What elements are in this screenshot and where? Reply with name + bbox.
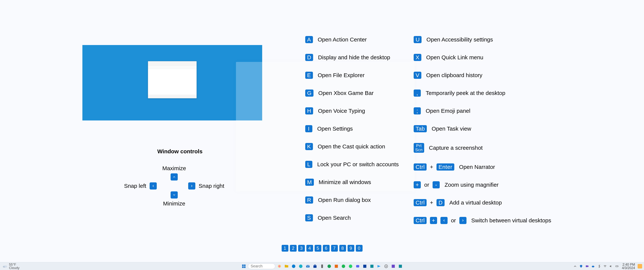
pager-8[interactable]: 8 (339, 245, 346, 252)
key-v: V (414, 72, 421, 79)
key-d: D (436, 199, 444, 206)
chevron-left-icon (442, 219, 446, 222)
shortcut-desc: Open Xbox Game Bar (318, 90, 374, 96)
clock-time: 2:40 PM (622, 263, 635, 266)
taskbar-icon-app2[interactable] (397, 263, 403, 269)
key-m: M (305, 179, 314, 186)
shortcut-desc: Open Run dialog box (318, 197, 371, 203)
svg-rect-16 (314, 264, 316, 265)
clock[interactable]: 2:40 PM4/3/2024 (622, 263, 635, 270)
taskbar-icon-phone[interactable] (319, 263, 325, 269)
taskbar-icon-edge-1[interactable] (291, 263, 297, 269)
shortcut-desc: Open Search (318, 215, 351, 221)
arrow-down-key (170, 191, 178, 199)
key--: , (414, 89, 421, 97)
svg-rect-28 (392, 264, 395, 268)
pager-6[interactable]: 6 (323, 245, 330, 252)
pager-2[interactable]: 2 (290, 245, 297, 252)
minimize-label: Minimize (124, 200, 225, 207)
notifications-button[interactable] (638, 264, 642, 268)
taskbar-icon-vscode[interactable] (376, 263, 382, 269)
pager-5[interactable]: 5 (314, 245, 321, 252)
weather-widget[interactable]: 55°F Cloudy (2, 263, 20, 270)
key-ctrl: Ctrl (414, 163, 426, 171)
tray-icon-chevron-up[interactable] (573, 264, 577, 268)
key-h: H (305, 107, 313, 114)
taskbar-icon-media[interactable] (333, 263, 339, 269)
shortcut-desc: Open the Cast quick action (318, 143, 385, 150)
taskbar-icon-app1[interactable] (390, 263, 396, 269)
shortcut-desc: Open Voice Typing (318, 108, 365, 114)
key--: + (414, 181, 421, 188)
key-arrow-right (459, 217, 466, 224)
tray-icon-bluetooth[interactable] (597, 264, 601, 268)
or-separator: or (424, 182, 429, 188)
tray-icon-defender[interactable] (579, 264, 583, 268)
taskbar-icon-xbox[interactable] (326, 263, 332, 269)
shortcut-item: EOpen File Explorer (305, 72, 399, 79)
pager-9[interactable]: 9 (348, 245, 354, 252)
shortcut-desc: Open Narrator (459, 164, 495, 170)
tray-icon-onedrive[interactable] (591, 264, 595, 268)
chevron-right-icon (190, 184, 193, 187)
pager-7[interactable]: 7 (331, 245, 338, 252)
shortcut-desc: Open File Explorer (318, 72, 364, 78)
start-button[interactable] (241, 263, 247, 269)
taskbar-icon-discord[interactable] (355, 263, 361, 269)
shortcut-item: PrtScnCapture a screenshot (414, 143, 551, 153)
shortcut-desc: Switch between virtual desktops (471, 217, 551, 224)
svg-rect-2 (242, 264, 244, 266)
svg-point-12 (292, 264, 295, 268)
key-d: D (305, 54, 313, 61)
illustration-window (148, 61, 197, 98)
taskbar-icon-file-explorer[interactable] (284, 263, 290, 269)
taskbar-icon-todo[interactable] (362, 263, 368, 269)
pager-3[interactable]: 3 (298, 245, 305, 252)
shortcut-desc: Display and hide the desktop (318, 54, 390, 61)
shortcut-item: ,Temporarily peek at the desktop (414, 89, 551, 97)
key-arrow-left (440, 217, 448, 224)
taskbar-icon-store[interactable] (312, 263, 318, 269)
shortcut-item: ROpen Run dialog box (305, 196, 399, 204)
snap-right-label: Snap right (199, 183, 224, 189)
shortcut-item: VOpen clipboard history (414, 72, 551, 79)
shortcut-item: UOpen Accessibility settings (414, 36, 551, 43)
tray-icon-volume[interactable] (609, 264, 613, 268)
tray-icon-battery[interactable] (615, 264, 619, 268)
shortcut-desc: Temporarily peek at the desktop (426, 90, 505, 96)
taskbar-icon-edge-2[interactable] (298, 263, 304, 269)
taskbar-icon-copilot[interactable] (276, 263, 282, 269)
shortcut-column-2: UOpen Accessibility settingsXOpen Quick … (414, 36, 551, 224)
weather-cond: Cloudy (9, 266, 20, 270)
key-tab: Tab (414, 125, 427, 132)
svg-rect-19 (335, 264, 338, 268)
pager: 1234567890 (282, 245, 362, 252)
window-controls: Maximize Snap left Snap right Minimize (124, 163, 225, 209)
svg-rect-11 (285, 265, 286, 265)
shortcut-item: GOpen Xbox Game Bar (305, 89, 399, 97)
key-k: K (305, 143, 313, 150)
key-enter: Enter (436, 163, 454, 171)
key-e: E (305, 72, 313, 79)
svg-rect-35 (618, 266, 618, 266)
svg-rect-34 (616, 266, 618, 267)
key--: - (432, 181, 440, 188)
shortcut-desc: Open Emoji panel (426, 108, 470, 114)
taskbar-icon-spotify[interactable] (340, 263, 346, 269)
taskbar-icon-mail[interactable] (305, 263, 311, 269)
svg-rect-17 (321, 264, 323, 268)
shortcut-item: SOpen Search (305, 214, 399, 221)
pager-4[interactable]: 4 (306, 245, 313, 252)
pager-1[interactable]: 1 (282, 245, 288, 252)
svg-point-18 (327, 264, 331, 268)
svg-rect-24 (370, 264, 374, 268)
tray-icon-meet[interactable] (585, 264, 589, 268)
key-ctrl: Ctrl (414, 217, 426, 224)
taskbar-icon-whatsapp[interactable] (348, 263, 354, 269)
taskbar-icon-settings[interactable] (383, 263, 389, 269)
tray-icon-wifi[interactable] (603, 264, 607, 268)
taskbar-search[interactable] (248, 263, 275, 269)
taskbar-icon-code[interactable] (369, 263, 375, 269)
pager-0[interactable]: 0 (356, 245, 362, 252)
search-input[interactable] (251, 264, 273, 268)
